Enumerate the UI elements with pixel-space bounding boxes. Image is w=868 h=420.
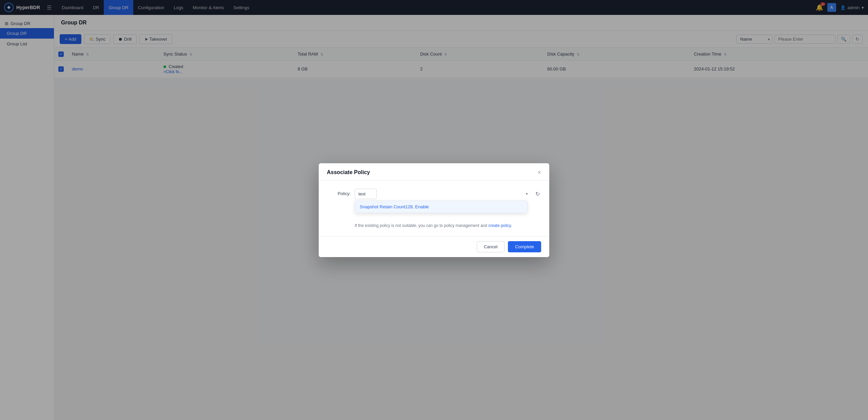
modal-header: Associate Policy × xyxy=(319,163,549,181)
create-policy-link[interactable]: create policy. xyxy=(488,223,512,228)
dropdown-item-snapshot-retain[interactable]: Snapshot Retain Count128, Enable xyxy=(355,201,527,213)
modal-overlay: Associate Policy × Policy: test ↻ Snapsh… xyxy=(0,0,868,420)
policy-select-wrap: test ↻ Snapshot Retain Count128, Enable xyxy=(355,189,541,199)
modal-footer: Cancel Complete xyxy=(319,236,549,257)
policy-select[interactable]: test xyxy=(355,189,377,199)
complete-button[interactable]: Complete xyxy=(508,241,541,252)
hint-area: If the existing policy is not suitable, … xyxy=(327,223,541,228)
hint-text: If the existing policy is not suitable, … xyxy=(355,223,512,228)
policy-dropdown-panel: Snapshot Retain Count128, Enable xyxy=(355,201,528,213)
policy-refresh-button[interactable]: ↻ xyxy=(534,189,541,198)
associate-policy-modal: Associate Policy × Policy: test ↻ Snapsh… xyxy=(319,163,549,257)
modal-body: Policy: test ↻ Snapshot Retain Count128,… xyxy=(319,181,549,236)
cancel-button[interactable]: Cancel xyxy=(477,241,505,252)
policy-form-row: Policy: test ↻ Snapshot Retain Count128,… xyxy=(327,189,541,199)
modal-close-button[interactable]: × xyxy=(537,169,541,175)
hint-text-content: If the existing policy is not suitable, … xyxy=(355,223,487,228)
policy-label: Policy: xyxy=(327,189,351,196)
modal-title: Associate Policy xyxy=(327,169,370,175)
